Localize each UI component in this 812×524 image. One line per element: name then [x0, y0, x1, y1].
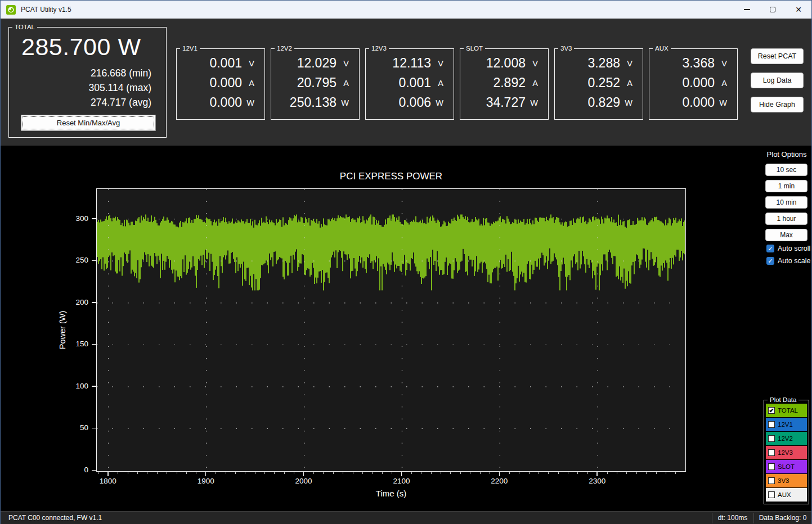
x-tick-label: 2000: [287, 477, 321, 485]
x-minor-tick-mark: [313, 472, 314, 474]
x-minor-tick-mark: [539, 472, 539, 474]
rail-power-value: 250.138: [290, 95, 337, 110]
rail-current-unit: A: [715, 79, 727, 88]
x-minor-tick-mark: [177, 472, 177, 474]
legend-item-total[interactable]: ✔TOTAL: [766, 404, 807, 417]
measurement-panel: TOTAL 285.700 W 216.668 (min) 305.114 (m…: [1, 19, 811, 146]
y-tick-mark: [92, 470, 96, 471]
rail-current-unit: A: [431, 79, 443, 88]
legend-item-12v3[interactable]: 12V3: [766, 446, 807, 459]
auto-scale-checkbox[interactable]: ✓Auto scale: [766, 257, 810, 265]
statusbar-separator: [753, 513, 754, 523]
legend-item-slot[interactable]: SLOT: [766, 460, 807, 473]
x-tick-label: 2300: [580, 477, 614, 485]
x-minor-tick-mark: [646, 472, 647, 474]
total-label: TOTAL: [12, 23, 37, 31]
x-minor-tick-mark: [128, 472, 128, 474]
rail-current-value: 20.795: [297, 75, 337, 91]
x-tick-mark: [596, 472, 598, 476]
legend-item-3v3[interactable]: 3V3: [766, 474, 807, 487]
legend-item-12v2[interactable]: 12V2: [766, 432, 807, 445]
rail-current-value: 0.252: [587, 75, 620, 91]
x-minor-tick-mark: [675, 472, 676, 474]
range-1-min-button[interactable]: 1 min: [765, 180, 807, 192]
x-minor-tick-mark: [392, 472, 392, 474]
reset-pcat-button[interactable]: Reset PCAT: [751, 48, 804, 64]
close-icon: ✕: [795, 6, 802, 13]
log-data-button[interactable]: Log Data: [751, 73, 804, 88]
rail-power-row: 0.829W: [555, 93, 643, 112]
y-tick-mark: [92, 302, 96, 303]
x-minor-tick-mark: [480, 472, 481, 474]
window-title: PCAT Utility v1.5: [21, 6, 71, 13]
rail-voltage-value: 12.008: [486, 56, 526, 71]
power-trace-chart: [97, 189, 685, 471]
y-tick-label: 200: [60, 298, 88, 306]
legend-checkbox-icon: ✔: [768, 407, 775, 414]
rail-current-row: 0.252A: [555, 73, 643, 93]
legend-item-aux[interactable]: AUX: [766, 488, 807, 502]
rail-current-unit: A: [337, 79, 349, 88]
rail-voltage-row: 12.029V: [271, 53, 359, 73]
rail-current-value: 0.000: [682, 75, 715, 91]
x-minor-tick-mark: [157, 472, 158, 474]
x-minor-tick-mark: [196, 472, 196, 474]
rail-groupbox-12v1: 12V10.001V0.000A0.000W: [176, 48, 265, 120]
y-axis-label: Power (W): [58, 302, 67, 358]
checkbox-label: Auto scale: [778, 257, 810, 265]
x-axis-label: Time (s): [96, 489, 686, 498]
rail-power-row: 0.006W: [366, 93, 454, 112]
x-tick-mark: [401, 472, 402, 476]
rail-power-unit: W: [620, 98, 632, 107]
x-minor-tick-mark: [558, 472, 559, 474]
rail-power-value: 0.829: [587, 95, 620, 110]
close-button[interactable]: ✕: [786, 1, 811, 19]
rail-current-row: 0.000A: [177, 73, 264, 93]
x-minor-tick-mark: [529, 472, 530, 474]
minimize-button[interactable]: [734, 1, 760, 19]
connection-status: PCAT C00 connected, FW v1.1: [8, 514, 102, 522]
x-minor-tick-mark: [274, 472, 275, 474]
rail-voltage-row: 12.113V: [366, 53, 454, 73]
legend-checkbox-icon: [768, 435, 775, 442]
reset-min-max-avg-button[interactable]: Reset Min/Max/Avg: [21, 115, 156, 131]
statusbar-separator: [712, 513, 712, 523]
range-max-button[interactable]: Max: [765, 229, 807, 241]
x-tick-mark: [303, 472, 304, 476]
legend-item-12v1[interactable]: 12V1: [766, 418, 807, 431]
x-minor-tick-mark: [98, 472, 98, 474]
rail-groupbox-slot: SLOT12.008V2.892A34.727W: [460, 48, 549, 120]
rail-voltage-row: 3.288V: [555, 53, 643, 73]
x-minor-tick-mark: [431, 472, 432, 474]
rail-power-value: 0.006: [398, 95, 431, 110]
x-minor-tick-mark: [617, 472, 617, 474]
x-tick-mark: [205, 472, 207, 476]
range-10-sec-button[interactable]: 10 sec: [765, 164, 807, 176]
maximize-button[interactable]: [760, 1, 786, 19]
auto-scroll-checkbox[interactable]: ✓Auto scroll: [766, 245, 810, 252]
total-groupbox: TOTAL 285.700 W 216.668 (min) 305.114 (m…: [8, 27, 167, 138]
legend-item-label: 3V3: [778, 477, 789, 484]
x-minor-tick-mark: [411, 472, 412, 474]
hide-graph-button[interactable]: Hide Graph: [751, 97, 804, 112]
x-minor-tick-mark: [450, 472, 451, 474]
x-minor-tick-mark: [470, 472, 470, 474]
rail-voltage-value: 3.368: [682, 56, 715, 71]
range-10-min-button[interactable]: 10 min: [765, 196, 807, 209]
rail-voltage-unit: V: [715, 59, 727, 68]
range-1-hour-button[interactable]: 1 hour: [765, 213, 807, 225]
x-minor-tick-mark: [656, 472, 657, 474]
rail-voltage-unit: V: [337, 59, 349, 68]
x-minor-tick-mark: [343, 472, 343, 474]
legend-item-label: TOTAL: [778, 407, 798, 414]
legend-item-label: AUX: [778, 491, 791, 498]
x-minor-tick-mark: [235, 472, 236, 474]
plot-area[interactable]: [96, 188, 686, 472]
rail-voltage-row: 3.368V: [649, 53, 737, 73]
x-minor-tick-mark: [568, 472, 568, 474]
rail-current-unit: A: [242, 79, 254, 88]
x-minor-tick-mark: [666, 472, 666, 474]
plot-data-label: Plot Data: [768, 396, 798, 404]
rail-power-unit: W: [715, 98, 727, 107]
rail-voltage-row: 0.001V: [177, 53, 264, 73]
